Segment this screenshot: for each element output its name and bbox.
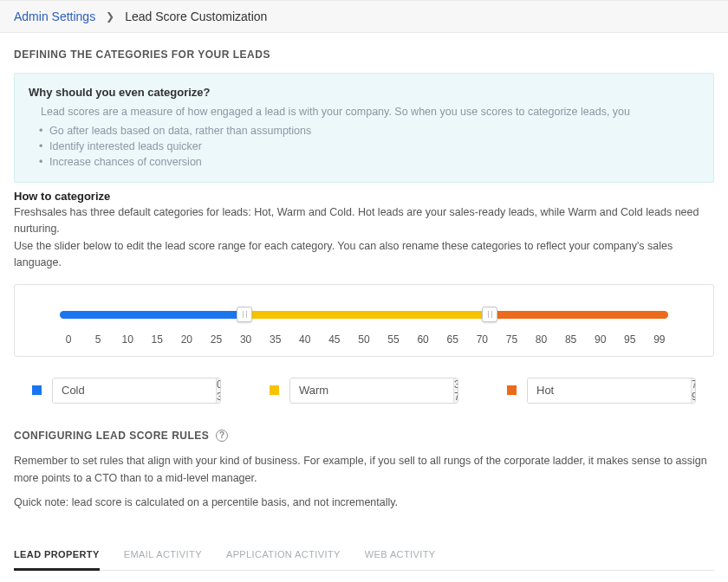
tab[interactable]: EMAIL ACTIVITY	[124, 542, 202, 570]
howto-line: Freshsales has three default categories …	[14, 204, 714, 238]
tick: 35	[267, 333, 284, 346]
tick: 20	[178, 333, 195, 346]
tick: 85	[562, 333, 580, 346]
tick: 50	[355, 333, 373, 346]
info-bullet: Increase chances of conversion	[41, 154, 699, 170]
slider-handle-1[interactable]	[237, 307, 252, 322]
tick: 25	[207, 333, 224, 346]
tick: 90	[592, 333, 609, 346]
category-range: 31-70	[453, 378, 458, 403]
tick: 70	[473, 333, 491, 346]
category-name-input[interactable]	[528, 378, 691, 403]
tick: 30	[237, 333, 255, 346]
tick: 5	[89, 333, 107, 346]
breadcrumb-root[interactable]: Admin Settings	[14, 10, 95, 23]
segment-hot	[490, 311, 668, 319]
tick: 60	[414, 333, 432, 346]
tick: 99	[651, 333, 668, 346]
tick: 15	[148, 333, 166, 346]
category-list: 0-3031-7071-99	[14, 378, 714, 404]
tick: 80	[533, 333, 550, 346]
info-bullet: Go after leads based on data, rather tha…	[41, 123, 699, 139]
segment-cold	[60, 311, 244, 319]
category-name-input[interactable]	[290, 378, 453, 403]
tick: 55	[385, 333, 402, 346]
tab[interactable]: LEAD PROPERTY	[14, 542, 100, 570]
score-slider[interactable]	[60, 306, 668, 321]
category-range: 0-30	[216, 378, 221, 403]
howto-title: How to categorize	[14, 190, 714, 203]
tab[interactable]: APPLICATION ACTIVITY	[226, 542, 341, 570]
category-swatch	[32, 385, 42, 395]
tab[interactable]: WEB ACTIVITY	[365, 542, 436, 570]
category-name-input[interactable]	[53, 378, 216, 403]
tick: 45	[326, 333, 343, 346]
slider-ticks: 0510152025303540455055606570758085909599	[60, 333, 668, 346]
info-lead: Lead scores are a measure of how engaged…	[41, 106, 699, 118]
info-bullet: Identify interested leads quicker	[41, 139, 699, 154]
category-swatch	[507, 385, 517, 395]
breadcrumb-current: Lead Score Customization	[125, 10, 267, 23]
category: 31-70	[270, 378, 458, 404]
rule-tabs: LEAD PROPERTYEMAIL ACTIVITYAPPLICATION A…	[14, 542, 714, 571]
category: 0-30	[32, 378, 221, 404]
info-box: Why should you even categorize? Lead sco…	[14, 73, 714, 183]
tick: 10	[119, 333, 136, 346]
chevron-right-icon: ❯	[106, 10, 114, 23]
breadcrumb: Admin Settings ❯ Lead Score Customizatio…	[0, 0, 728, 33]
rules-note: Quick note: lead score is calculated on …	[14, 494, 714, 511]
category-range: 71-99	[691, 378, 696, 403]
tick: 75	[503, 333, 520, 346]
section-title-rules: CONFIGURING LEAD SCORE RULES ?	[14, 430, 714, 442]
category: 71-99	[507, 378, 696, 404]
tick: 40	[296, 333, 314, 346]
section-title-categories: DEFINING THE CATEGORIES FOR YOUR LEADS	[14, 48, 714, 61]
tick: 95	[621, 333, 639, 346]
help-icon[interactable]: ?	[216, 430, 228, 442]
category-swatch	[270, 385, 279, 395]
score-slider-card: 0510152025303540455055606570758085909599	[14, 284, 714, 357]
segment-warm	[244, 311, 491, 319]
howto-line: Use the slider below to edit the lead sc…	[14, 238, 714, 272]
rules-title-text: CONFIGURING LEAD SCORE RULES	[14, 430, 209, 442]
info-question: Why should you even categorize?	[29, 86, 699, 99]
tick: 0	[60, 333, 77, 346]
slider-handle-2[interactable]	[482, 307, 497, 322]
tick: 65	[444, 333, 461, 346]
rules-note: Remember to set rules that align with yo…	[14, 452, 714, 487]
